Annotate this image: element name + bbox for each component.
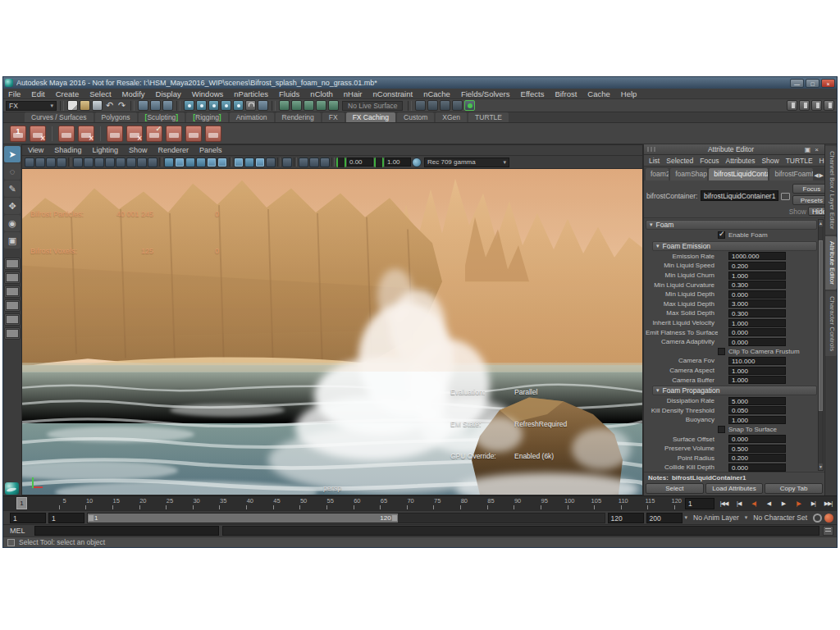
sidebar-vertical-tab[interactable]: Attribute Editor [825,236,837,290]
attribute-editor-header[interactable]: Attribute Editor ▣ × [644,144,824,155]
play-backwards-button[interactable]: ◀ [761,498,775,509]
highlight-selection-icon[interactable] [258,100,268,111]
viewport-menu-item[interactable]: Panels [199,146,222,154]
attribute-editor-menu-item[interactable]: Focus [700,157,719,165]
attribute-value-field[interactable]: 1.000 [728,376,786,384]
section-header-foam[interactable]: ▾ Foam [646,220,817,230]
footer-button[interactable]: Load Attributes [705,483,764,494]
scroll-up-icon[interactable]: ▲ [819,220,823,226]
attribute-value-field[interactable]: 0.300 [728,281,786,289]
shelf-tab[interactable]: [ Custom ] [397,112,434,122]
attribute-editor-menu-item[interactable]: Show [761,157,778,165]
show-channel-box-icon[interactable] [811,100,822,111]
swap-connection-icon[interactable] [781,193,790,200]
image-plane-icon[interactable] [73,158,83,167]
motion-blur-icon[interactable] [234,158,244,167]
lock-camera-icon[interactable] [35,158,45,167]
attribute-editor-tab[interactable]: bifrostLiquidContainer1 [709,168,768,180]
use-all-lights-icon[interactable] [196,158,206,167]
live-surface-icon[interactable] [328,100,339,111]
shelf-tab[interactable]: [ Sculpting ] [139,112,185,122]
open-scene-icon[interactable] [80,100,90,111]
go-to-end-button[interactable]: ▶▶| [821,498,835,509]
menu-item[interactable]: Fields/Solvers [461,89,510,98]
gamma-field[interactable]: 1.00 [385,158,411,167]
multisample-icon[interactable] [244,158,254,167]
color-management-icon[interactable] [412,158,422,167]
attribute-value-field[interactable]: 1.000 [728,319,786,327]
container-name-field[interactable]: bifrostLiquidContainer1 [701,190,778,201]
shelf-tab[interactable]: [ Polygons ] [95,112,137,122]
chevron-down-icon[interactable]: ▾ [745,514,748,521]
snap-projected-center-icon[interactable] [221,100,231,111]
attribute-editor-menu-item[interactable]: Attributes [725,157,755,165]
menu-item[interactable]: Modify [122,89,145,98]
menu-item[interactable]: File [8,89,21,98]
status-group-separator[interactable] [176,101,180,111]
next-key-button[interactable]: |▶ [792,498,806,509]
footer-button[interactable]: Copy Tab [765,483,823,494]
shelf-tab[interactable]: [ Curves / Surfaces ] [25,112,94,122]
menu-set-dropdown[interactable]: FX ▾ [6,101,57,111]
resolution-gate-icon[interactable] [105,158,115,167]
scrollbar-thumb[interactable] [819,240,823,411]
select-object-icon[interactable] [150,100,161,111]
go-to-start-button[interactable]: |◀◀ [717,498,731,509]
command-output-field[interactable] [222,526,819,536]
layout-single-pane-button[interactable] [4,258,21,270]
layout-four-pane-button[interactable] [4,272,21,284]
playback-options-icon[interactable] [813,514,822,523]
previous-key-button[interactable]: ◀| [746,498,760,509]
attribute-value-field[interactable]: 0.000 [728,338,786,346]
close-panel-icon[interactable]: × [812,146,821,153]
attribute-value-field[interactable]: 0.000 [728,328,786,336]
snap-view-plane-icon[interactable] [233,100,244,111]
field-chart-icon[interactable] [126,158,136,167]
screen-space-ao-icon[interactable] [217,158,227,167]
construction-history-icon[interactable] [279,100,290,111]
playback-start-field[interactable]: 1 [48,513,84,523]
menu-item[interactable]: Create [56,89,80,98]
depth-of-field-icon[interactable] [255,158,265,167]
exposure-icon[interactable] [336,158,346,167]
create-cache-icon[interactable] [107,126,123,142]
layout-persp-outliner-button[interactable] [4,285,21,298]
attribute-checkbox[interactable]: ✓ [718,348,725,355]
status-group-separator[interactable] [130,101,135,111]
attribute-value-field[interactable]: 1.000 [728,416,786,424]
viewport-menu-item[interactable]: Show [129,146,148,154]
shelf-tab[interactable]: [ TURTLE ] [468,112,509,122]
attribute-value-field[interactable]: 1.000 [728,367,786,375]
exposure-field[interactable]: 0.00 [347,158,373,167]
select-camera-icon[interactable] [25,158,34,167]
current-frame-marker[interactable]: 1 [16,497,27,509]
attribute-value-field[interactable]: 1.000 [728,272,786,280]
sidebar-vertical-tab[interactable]: Channel Box / Layer Editor [825,146,837,235]
lock-selection-icon[interactable] [245,100,256,111]
shelf-tab[interactable]: [ Rigging ] [186,112,228,122]
render-settings-icon[interactable] [440,100,450,111]
tab-scroll-left-icon[interactable]: ◀ [814,172,818,179]
redo-icon[interactable]: ↷ [116,100,127,111]
shelf-tab[interactable]: [ FX ] [322,112,345,122]
playback-end-field[interactable]: 120 [608,513,644,523]
menu-item[interactable]: Select [89,89,111,98]
attribute-value-field[interactable]: 0.050 [728,406,786,414]
clear-cache-icon[interactable] [126,126,143,142]
render-current-frame-icon[interactable] [415,100,426,111]
viewport-menu-item[interactable]: Renderer [158,146,189,154]
step-forward-frame-button[interactable]: ▶| [806,498,820,509]
menu-item[interactable]: nHair [344,89,363,98]
textured-icon[interactable] [185,158,195,167]
attribute-checkbox[interactable]: ✓ [718,426,725,433]
panel-drag-handle[interactable] [647,147,655,152]
viewport-menu-item[interactable]: Lighting [92,146,118,154]
select-component-icon[interactable] [162,100,173,111]
launch-render-view-icon[interactable] [464,100,475,111]
command-input-field[interactable] [34,526,219,536]
current-frame-field[interactable]: 1 [685,498,714,509]
select-tool-icon[interactable]: ➤ [4,146,21,162]
scrollbar-track[interactable] [819,226,823,463]
attribute-value-field[interactable]: 0.000 [728,463,786,472]
animation-start-field[interactable]: 1 [10,513,46,523]
